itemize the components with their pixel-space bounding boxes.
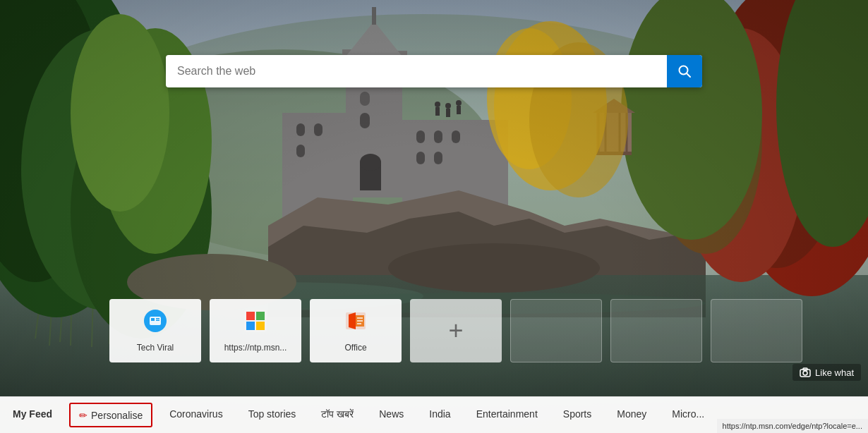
search-button[interactable]: [667, 55, 702, 87]
my-feed-label: My Feed: [13, 408, 52, 420]
nav-coronavirus[interactable]: Coronavirus: [157, 397, 235, 433]
nav-sports[interactable]: Sports: [550, 397, 604, 433]
nav-entertainment[interactable]: Entertainment: [464, 397, 550, 433]
quicklink-office[interactable]: Office: [310, 299, 402, 362]
office-icon: [344, 310, 367, 337]
search-container: [166, 55, 702, 87]
empty-tile-2: [610, 299, 702, 362]
status-url: https://ntp.msn.com/edge/ntp?locale=e...: [723, 422, 862, 430]
svg-rect-80: [246, 312, 255, 320]
add-icon: +: [448, 318, 463, 343]
nav-personalise[interactable]: ✏ Personalise: [69, 403, 152, 427]
svg-rect-87: [357, 317, 363, 319]
like-what-label: Like what: [815, 367, 854, 378]
status-bar: https://ntp.msn.com/edge/ntp?locale=e...: [717, 419, 868, 433]
nav-my-feed[interactable]: My Feed: [0, 397, 65, 433]
india-label: India: [429, 408, 450, 420]
tech-viral-icon: [144, 310, 167, 337]
nav-top-stories[interactable]: Top stories: [236, 397, 309, 433]
edit-icon: ✏: [79, 410, 88, 421]
quicklink-msn[interactable]: https://ntp.msn...: [210, 299, 301, 362]
personalise-label: Personalise: [91, 410, 143, 421]
quicklink-msn-label: https://ntp.msn...: [224, 343, 287, 353]
nav-money[interactable]: Money: [604, 397, 659, 433]
empty-tile-1: [510, 299, 602, 362]
sports-label: Sports: [563, 408, 591, 420]
nav-india[interactable]: India: [416, 397, 463, 433]
entertainment-label: Entertainment: [476, 408, 538, 420]
micro-label: Micro...: [672, 408, 704, 420]
search-input[interactable]: [166, 55, 667, 87]
nav-top-khabre[interactable]: टॉप खबरें: [308, 397, 366, 433]
top-khabre-label: टॉप खबरें: [321, 408, 354, 420]
svg-rect-81: [256, 312, 265, 320]
nav-news[interactable]: News: [366, 397, 416, 433]
svg-line-73: [687, 73, 690, 77]
news-label: News: [379, 408, 404, 420]
empty-tile-3: [711, 299, 802, 362]
quicklink-office-label: Office: [344, 343, 366, 353]
svg-rect-83: [256, 322, 265, 330]
svg-rect-78: [156, 319, 159, 321]
like-what-button[interactable]: Like what: [792, 364, 861, 381]
money-label: Money: [617, 408, 646, 420]
top-stories-label: Top stories: [248, 408, 296, 420]
quicklinks-container: Tech Viral https://ntp.msn...: [109, 299, 802, 362]
svg-rect-77: [156, 318, 159, 319]
svg-rect-82: [246, 322, 255, 330]
svg-marker-85: [349, 312, 356, 329]
nav-micro[interactable]: Micro...: [659, 397, 717, 433]
quicklink-add[interactable]: +: [410, 299, 502, 362]
quicklink-tech-viral-label: Tech Viral: [137, 343, 174, 353]
camera-icon: [800, 367, 811, 378]
quicklink-tech-viral[interactable]: Tech Viral: [109, 299, 201, 362]
search-bar: [166, 55, 702, 87]
svg-rect-76: [151, 318, 155, 321]
svg-rect-88: [357, 320, 363, 322]
msn-icon: [244, 310, 267, 337]
svg-point-91: [803, 371, 807, 375]
coronavirus-label: Coronavirus: [169, 408, 222, 420]
svg-rect-89: [357, 323, 361, 324]
